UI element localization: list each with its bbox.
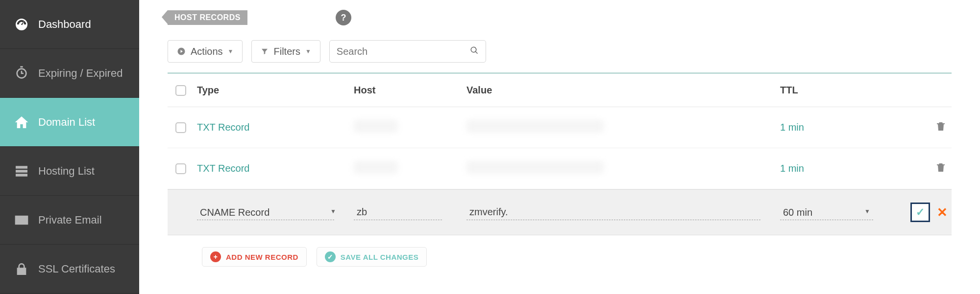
house-icon [14, 114, 29, 130]
funnel-icon [261, 47, 269, 55]
stopwatch-icon [14, 66, 29, 81]
edit-row: CNAME Record 60 min ✓ ✕ [168, 189, 952, 235]
search-icon [470, 46, 479, 57]
sidebar-item-label: Domain List [38, 116, 95, 129]
sidebar-item-label: Expiring / Expired [38, 67, 122, 80]
envelope-icon [14, 212, 29, 228]
sidebar-item-label: SSL Certificates [38, 263, 115, 275]
check-icon: ✓ [325, 251, 336, 262]
search-input[interactable] [337, 46, 470, 57]
search-field[interactable] [329, 40, 486, 63]
play-icon [177, 47, 186, 56]
host-input[interactable] [354, 204, 442, 220]
plus-icon: + [210, 251, 221, 262]
caret-down-icon: ▼ [228, 48, 234, 55]
select-all-checkbox[interactable] [175, 85, 186, 96]
sidebar-item-private-email[interactable]: Private Email [0, 196, 139, 245]
filters-dropdown[interactable]: Filters ▼ [251, 40, 320, 63]
col-value: Value [466, 85, 780, 96]
row-checkbox[interactable] [175, 122, 186, 133]
trash-icon[interactable] [935, 120, 947, 135]
sidebar-item-hosting-list[interactable]: Hosting List [0, 147, 139, 196]
record-ttl[interactable]: 1 min [780, 163, 893, 174]
help-icon[interactable]: ? [336, 10, 351, 25]
col-type: Type [197, 85, 354, 96]
caret-down-icon: ▼ [305, 48, 311, 55]
sidebar: Dashboard Expiring / Expired Domain List… [0, 0, 139, 294]
main-content: HOST RECORDS ? Actions ▼ Filters ▼ [139, 0, 980, 294]
lock-icon [14, 261, 29, 277]
record-type[interactable]: TXT Record [197, 163, 354, 174]
sidebar-item-label: Private Email [38, 214, 102, 226]
record-value [466, 120, 780, 135]
sidebar-item-expiring[interactable]: Expiring / Expired [0, 49, 139, 98]
sidebar-item-label: Dashboard [38, 18, 91, 31]
sidebar-item-label: Hosting List [38, 165, 95, 178]
record-type[interactable]: TXT Record [197, 122, 354, 133]
record-host [354, 120, 466, 135]
value-input[interactable] [466, 204, 760, 220]
save-all-changes-button[interactable]: ✓ SAVE ALL CHANGES [317, 247, 427, 267]
table-row: TXT Record 1 min [168, 107, 952, 148]
ttl-select[interactable]: 60 min [780, 205, 873, 220]
sidebar-item-domain-list[interactable]: Domain List [0, 98, 139, 147]
cancel-button[interactable]: ✕ [937, 205, 948, 220]
gauge-icon [14, 17, 29, 32]
trash-icon[interactable] [935, 161, 947, 176]
record-ttl[interactable]: 1 min [780, 122, 893, 133]
sidebar-item-ssl[interactable]: SSL Certificates [0, 245, 139, 294]
record-type-select[interactable]: CNAME Record [197, 205, 334, 220]
record-value [466, 161, 780, 176]
host-records-table: Type Host Value TTL TXT Record 1 min TXT… [168, 72, 952, 235]
sidebar-item-dashboard[interactable]: Dashboard [0, 0, 139, 49]
actions-dropdown[interactable]: Actions ▼ [168, 40, 243, 63]
server-icon [14, 163, 29, 179]
section-tag: HOST RECORDS [168, 10, 247, 25]
confirm-button[interactable]: ✓ [910, 203, 930, 222]
col-ttl: TTL [780, 85, 893, 96]
table-row: TXT Record 1 min [168, 148, 952, 189]
col-host: Host [354, 85, 466, 96]
row-checkbox[interactable] [175, 163, 186, 174]
table-header: Type Host Value TTL [168, 72, 952, 107]
record-host [354, 161, 466, 176]
add-new-record-button[interactable]: + ADD NEW RECORD [202, 247, 307, 267]
